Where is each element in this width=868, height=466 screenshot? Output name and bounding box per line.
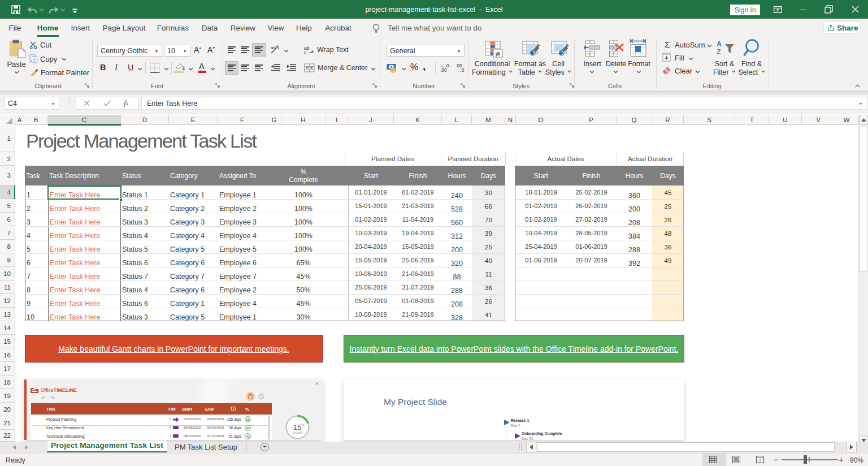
svg-text:A: A xyxy=(717,40,722,48)
svg-text:Z: Z xyxy=(717,48,721,55)
svg-text:%: % xyxy=(301,423,305,426)
svg-text:ab: ab xyxy=(271,45,276,50)
svg-text:15: 15 xyxy=(293,423,301,432)
svg-text:Complete: Complete xyxy=(292,432,303,434)
